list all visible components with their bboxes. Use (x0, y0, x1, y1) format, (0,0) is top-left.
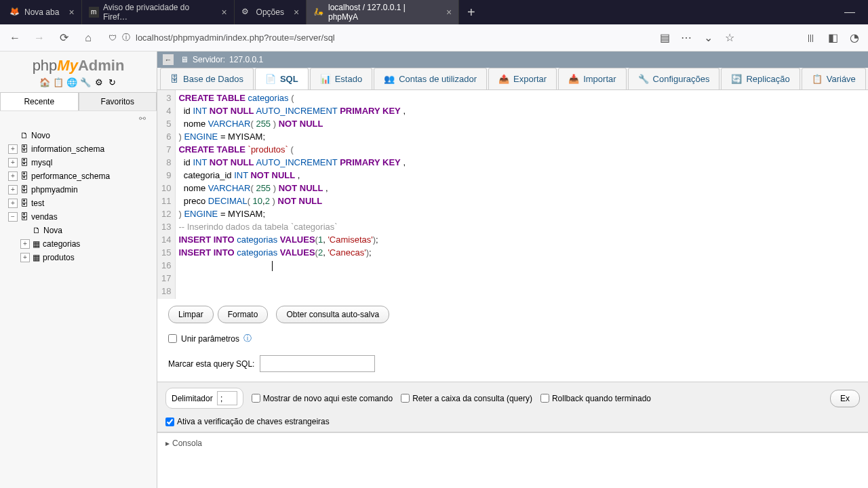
server-value: 127.0.0.1 (229, 55, 263, 64)
new-tab-button[interactable]: + (459, 5, 484, 20)
tree-new[interactable]: 🗋Novo (0, 129, 157, 142)
console-toggle[interactable]: ▸ Consola (157, 432, 868, 453)
help-icon[interactable]: ⓘ (243, 333, 252, 344)
expand-icon[interactable]: + (8, 185, 18, 195)
rollback-checkbox[interactable] (540, 394, 549, 403)
tab-status[interactable]: 📊Estado (310, 68, 372, 89)
more-icon[interactable]: ⋯ (678, 30, 694, 46)
tree-db-vendas[interactable]: −🗄vendas (0, 210, 157, 224)
shield-icon: 🛡 (108, 33, 117, 43)
home-button[interactable]: ⌂ (79, 28, 98, 47)
bookmark-icon[interactable]: ☆ (722, 30, 738, 46)
bookmark-input[interactable] (260, 355, 375, 372)
close-icon[interactable]: × (216, 7, 226, 18)
show-again-checkbox[interactable] (252, 394, 260, 403)
tree-db-mysql[interactable]: +🗄mysql (0, 156, 157, 169)
autosave-button[interactable]: Obter consulta auto-salva (276, 306, 389, 323)
link-icon[interactable]: ⚯ (0, 111, 157, 126)
reload-icon[interactable]: ↻ (107, 77, 118, 88)
pocket-icon[interactable]: ⌄ (700, 30, 716, 46)
new-db-icon: 🗋 (20, 131, 28, 140)
info-icon: ⓘ (122, 32, 130, 43)
expand-icon[interactable]: + (20, 253, 30, 262)
import-icon: 📥 (568, 74, 579, 84)
delimiter-input[interactable] (217, 391, 237, 405)
variables-icon: 📋 (812, 74, 823, 84)
firefox-icon: 🦊 (9, 7, 20, 18)
tab-recent[interactable]: Recente (0, 92, 79, 110)
collapse-icon[interactable]: − (8, 212, 18, 222)
browser-tab-3[interactable]: 🛵 localhost / 127.0.0.1 | phpMyA × (307, 0, 459, 24)
tree-table-produtos[interactable]: +▦produtos (0, 251, 157, 264)
rollback-label: Rollback quando terminado (552, 394, 651, 403)
tree-vendas-new[interactable]: 🗋Nova (0, 224, 157, 237)
reload-button[interactable]: ⟳ (54, 28, 73, 47)
expand-icon[interactable]: + (8, 158, 18, 167)
browser-tab-2[interactable]: ⚙ Opções × (235, 0, 307, 24)
minimize-button[interactable]: — (844, 6, 855, 18)
back-button[interactable]: ← (5, 28, 24, 47)
url-bar[interactable]: 🛡 ⓘ localhost/phpmyadmin/index.php?route… (103, 29, 651, 46)
tree-db-test[interactable]: +🗄test (0, 197, 157, 210)
status-icon: 📊 (320, 74, 331, 84)
fk-check-checkbox[interactable] (165, 418, 174, 426)
retain-label: Reter a caixa da consulta (query) (412, 394, 532, 403)
browser-tab-0[interactable]: 🦊 Nova aba × (3, 0, 82, 24)
line-gutter: 3456789101112131415161718 (157, 90, 176, 299)
home-icon[interactable]: 🏠 (39, 77, 50, 88)
export-icon: 📤 (498, 74, 509, 84)
tab-export[interactable]: 📤Exportar (488, 68, 557, 89)
close-icon[interactable]: × (288, 7, 299, 18)
tab-sql[interactable]: 📄SQL (255, 68, 309, 89)
tab-label: Nova aba (24, 7, 59, 17)
tab-replication[interactable]: 🔄Replicação (721, 68, 800, 89)
sql-code[interactable]: CREATE TABLE categorias ( id INT NOT NUL… (176, 90, 868, 299)
bind-params-label: Unir parâmetros (181, 334, 239, 344)
expand-icon[interactable]: + (20, 239, 30, 249)
content-area: ← 🖥 Servidor: 127.0.0.1 🗄Base de Dados 📄… (157, 52, 868, 488)
sidebar-icon[interactable]: ◧ (825, 30, 841, 46)
reader-icon[interactable]: ▤ (656, 30, 673, 46)
bookmark-label: Marcar esta query SQL: (168, 359, 254, 369)
clear-button[interactable]: Limpar (168, 306, 214, 323)
logo-toolbar: 🏠 📋 🌐 🔧 ⚙ ↻ (0, 77, 157, 92)
tree-db-information-schema[interactable]: +🗄information_schema (0, 142, 157, 156)
tab-database[interactable]: 🗄Base de Dados (160, 68, 254, 89)
logout-icon[interactable]: 📋 (53, 77, 64, 88)
browser-tab-1[interactable]: m Aviso de privacidade do Firef… × (82, 0, 235, 24)
show-again-label: Mostrar de novo aqui este comando (263, 394, 393, 403)
tab-favorites[interactable]: Favoritos (79, 92, 157, 110)
tab-users[interactable]: 👥Contas de utilizador (374, 68, 487, 89)
tree-db-performance-schema[interactable]: +🗄performance_schema (0, 169, 157, 183)
fk-check-label: Ativa a verificação de chaves estrangeir… (177, 417, 330, 426)
retain-checkbox[interactable] (401, 394, 410, 403)
expand-icon[interactable]: + (8, 171, 18, 181)
close-icon[interactable]: × (441, 7, 452, 18)
wrench-icon: 🔧 (638, 74, 649, 84)
format-button[interactable]: Formato (218, 306, 269, 323)
gear-icon[interactable]: ⚙ (94, 77, 104, 88)
library-icon[interactable]: ⫼ (803, 30, 819, 46)
tab-settings[interactable]: 🔧Configurações (628, 68, 720, 89)
expand-icon[interactable]: + (8, 144, 18, 154)
expand-icon[interactable]: + (8, 199, 18, 208)
tab-variables[interactable]: 📋Variáve (802, 68, 866, 89)
tab-import[interactable]: 📥Importar (558, 68, 626, 89)
account-icon[interactable]: ◔ (846, 30, 863, 46)
delimiter-label: Delimitador (172, 394, 213, 403)
console-icon: ▸ (165, 439, 170, 448)
forward-button[interactable]: → (30, 28, 49, 47)
mozilla-icon: m (89, 7, 99, 18)
tree-db-phpmyadmin[interactable]: +🗄phpmyadmin (0, 183, 157, 197)
close-icon[interactable]: × (63, 7, 74, 18)
docs-icon[interactable]: 🌐 (66, 77, 77, 88)
sidebar: phpMyAdmin 🏠 📋 🌐 🔧 ⚙ ↻ Recente Favoritos… (0, 52, 157, 488)
server-icon: 🖥 (180, 55, 189, 64)
tree-table-categorias[interactable]: +▦categorias (0, 237, 157, 251)
sql-editor[interactable]: 3456789101112131415161718 CREATE TABLE c… (157, 90, 868, 299)
nav-icon[interactable]: 🔧 (80, 77, 91, 88)
db-tree: 🗋Novo +🗄information_schema +🗄mysql +🗄per… (0, 126, 157, 267)
breadcrumb-back-icon[interactable]: ← (163, 54, 174, 65)
bind-params-checkbox[interactable] (168, 334, 177, 343)
execute-button[interactable]: Ex (830, 390, 860, 407)
